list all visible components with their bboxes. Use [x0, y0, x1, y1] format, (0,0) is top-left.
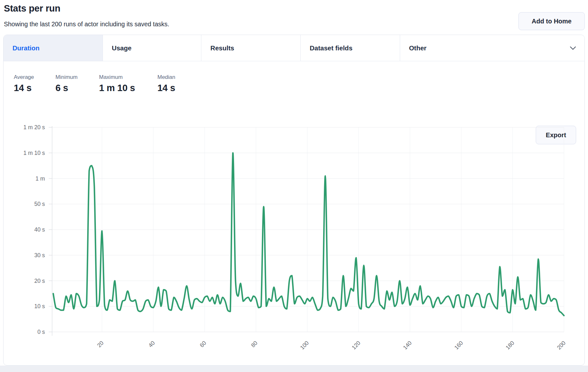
tab-label: Dataset fields — [310, 44, 352, 52]
y-axis-tick-label: 0 s — [6, 328, 45, 335]
tab-label: Usage — [112, 44, 132, 52]
page-bottom-strip — [0, 366, 588, 372]
stats-card: DurationUsageResultsDataset fieldsOther … — [3, 35, 585, 366]
tab-other[interactable]: Other — [400, 35, 584, 61]
stat-value: 6 s — [55, 83, 78, 93]
stat-value: 14 s — [14, 83, 34, 93]
stat-average: Average14 s — [14, 74, 34, 93]
stat-label: Average — [14, 74, 34, 80]
y-axis-tick-label: 1 m — [6, 175, 45, 182]
tab-label: Other — [409, 44, 427, 52]
chevron-down-icon — [570, 46, 576, 50]
add-to-home-button[interactable]: Add to Home — [518, 12, 585, 30]
y-axis-tick-label: 30 s — [6, 252, 45, 259]
y-axis-tick-label: 10 s — [6, 303, 45, 310]
page-title: Stats per run — [4, 3, 60, 14]
stat-value: 1 m 10 s — [99, 83, 135, 93]
stat-median: Median14 s — [157, 74, 175, 93]
stat-label: Maximum — [99, 74, 135, 80]
stats-per-run-page: Stats per run Showing the last 200 runs … — [0, 0, 588, 372]
y-axis-tick-label: 1 m 10 s — [6, 149, 45, 156]
stat-maximum: Maximum1 m 10 s — [99, 74, 135, 93]
tab-label: Duration — [13, 44, 39, 52]
stat-minimum: Minimum6 s — [55, 74, 78, 93]
y-axis-tick-label: 20 s — [6, 277, 45, 284]
export-button[interactable]: Export — [536, 126, 576, 144]
tab-dataset-fields[interactable]: Dataset fields — [301, 35, 400, 61]
add-to-home-label: Add to Home — [532, 18, 571, 25]
chart-plot-area[interactable] — [55, 162, 568, 368]
stat-value: 14 s — [157, 83, 175, 93]
y-axis-tick-label: 40 s — [6, 226, 45, 233]
stat-label: Minimum — [55, 74, 78, 80]
tab-duration[interactable]: Duration — [4, 35, 103, 61]
page-subtitle: Showing the last 200 runs of actor inclu… — [4, 21, 169, 28]
tab-results[interactable]: Results — [201, 35, 301, 61]
y-axis-tick-label: 50 s — [6, 200, 45, 207]
tab-bar: DurationUsageResultsDataset fieldsOther — [4, 35, 584, 61]
tab-usage[interactable]: Usage — [103, 35, 202, 61]
y-axis-tick-label: 1 m 20 s — [6, 124, 45, 131]
tab-label: Results — [210, 44, 234, 52]
stat-label: Median — [157, 74, 175, 80]
export-label: Export — [546, 131, 566, 139]
